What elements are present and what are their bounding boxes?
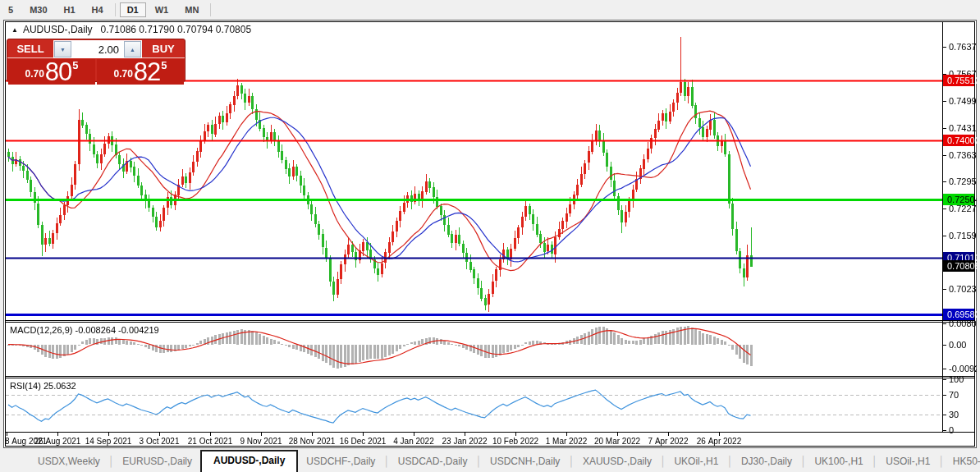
chart-tab-ukoil-h1[interactable]: UKOil-,H1 [666, 452, 726, 472]
buy-price-prefix: 0.70 [113, 68, 132, 80]
tab-separator: │ [476, 456, 483, 472]
sell-price-quote[interactable]: 0.70 80 5 [8, 59, 95, 85]
timeframe-toolbar: 5M30H1H4D1W1MN [0, 0, 980, 19]
tab-separator: │ [660, 456, 666, 472]
buy-price-quote[interactable]: 0.70 82 5 [97, 59, 184, 85]
trade-panel-top-row: SELL ▼ 2.00 ▲ BUY [7, 39, 185, 58]
volume-stepper: ▼ 2.00 ▲ [53, 40, 142, 58]
tab-separator: │ [872, 456, 878, 472]
timeframe-button-h4[interactable]: H4 [85, 2, 111, 17]
tab-separator: │ [383, 456, 390, 472]
chart-window: ▲AUDUSD-,Daily0.71086 0.71790 0.70794 0.… [3, 20, 977, 448]
collapse-triangle-icon[interactable]: ▲ [11, 26, 18, 34]
chart-tab-audusd-daily[interactable]: AUDUSD-,Daily [200, 450, 298, 472]
chart-tab-dj30-daily[interactable]: DJ30-,Daily [733, 452, 800, 472]
chart-title: ▲AUDUSD-,Daily0.71086 0.71790 0.70794 0.… [11, 24, 251, 36]
volume-decrease-button[interactable]: ▼ [54, 41, 71, 57]
sell-price-prefix: 0.70 [25, 68, 44, 80]
chart-tab-usoil-h1[interactable]: USOil-,H1 [877, 452, 938, 472]
chart-tab-uk100-h1[interactable]: UK100-,H1 [806, 452, 871, 472]
sell-price-pip: 5 [72, 59, 78, 71]
buy-price-main: 82 [134, 62, 160, 83]
volume-increase-button[interactable]: ▲ [124, 41, 141, 57]
chart-tab-usdx-weekly[interactable]: USDX,Weekly [30, 452, 108, 472]
sell-price-main: 80 [45, 62, 71, 83]
chart-tab-eurusd-daily[interactable]: EURUSD-,Daily [114, 452, 200, 472]
timeframe-button-m30[interactable]: M30 [22, 2, 54, 17]
buy-price-pip: 5 [161, 59, 167, 71]
timeframe-button-h1[interactable]: H1 [57, 2, 83, 17]
tab-separator: │ [726, 456, 733, 472]
buy-button[interactable]: BUY [142, 39, 185, 58]
chart-tab-hk50-h1[interactable]: HK50-,H1 [945, 452, 980, 472]
chart-tab-usdcnh-daily[interactable]: USDCNH-,Daily [482, 452, 568, 472]
timeframe-button-mn[interactable]: MN [177, 2, 206, 17]
symbol-tab-bar: USDX,Weekly│EURUSD-,DailyAUDUSD-,DailyUS… [0, 451, 980, 472]
chart-tab-xauusd-daily[interactable]: XAUUSD-,Daily [575, 452, 660, 472]
chart-tab-usdchf-daily[interactable]: USDCHF-,Daily [298, 452, 383, 472]
toolbar-separator [210, 3, 211, 16]
volume-input[interactable]: 2.00 [71, 41, 124, 57]
one-click-trade-panel: SELL ▼ 2.00 ▲ BUY 0.70 80 5 0.70 82 5 [7, 39, 185, 82]
sell-button[interactable]: SELL [7, 39, 53, 58]
tab-separator: │ [800, 456, 807, 472]
timeframe-button-5[interactable]: 5 [1, 2, 21, 17]
timeframe-button-d1[interactable]: D1 [120, 2, 146, 17]
chart-tab-usdcad-daily[interactable]: USDCAD-,Daily [390, 452, 476, 472]
tab-separator: │ [938, 456, 945, 472]
chart-symbol-label: AUDUSD-,Daily [23, 24, 93, 35]
toolbar-separator [115, 3, 116, 16]
timeframe-button-w1[interactable]: W1 [148, 2, 176, 17]
chart-ohlc-values: 0.71086 0.71790 0.70794 0.70805 [101, 24, 252, 35]
tab-separator: │ [108, 456, 115, 472]
tab-separator: │ [568, 456, 575, 472]
app-stage: 5M30H1H4D1W1MN ▲AUDUSD-,Daily0.71086 0.7… [0, 0, 980, 472]
trade-panel-quote-row: 0.70 80 5 0.70 82 5 [7, 58, 185, 86]
